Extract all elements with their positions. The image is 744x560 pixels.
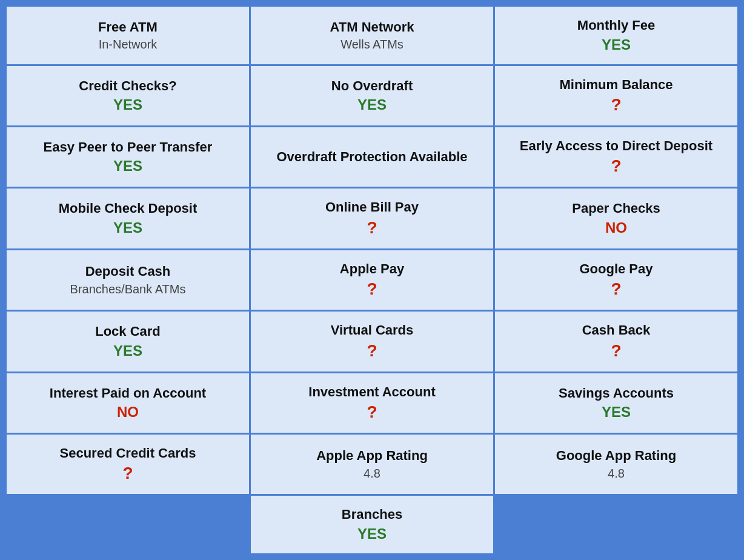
cell-title: Secured Credit Cards — [14, 445, 242, 461]
cell-value: NO — [502, 219, 730, 236]
cell-0-2: Monthly FeeYES — [494, 6, 739, 65]
cell-4-0: Deposit CashBranches/Bank ATMs — [6, 249, 250, 310]
cell-1-1: No OverdraftYES — [250, 65, 494, 126]
cell-0-1: ATM NetworkWells ATMs — [250, 6, 494, 65]
cell-title: Free ATM — [14, 19, 242, 35]
table-row: Lock CardYESVirtual Cards?Cash Back? — [6, 311, 739, 372]
cell-title: Monthly Fee — [502, 18, 730, 33]
cell-value: NO — [14, 404, 242, 421]
cell-value: ? — [258, 402, 486, 422]
cell-8-1: BranchesYES — [250, 495, 494, 554]
table-row: BranchesYES — [6, 495, 739, 554]
table-row: Interest Paid on AccountNOInvestment Acc… — [6, 372, 739, 433]
comparison-table-wrapper: Free ATMIn-NetworkATM NetworkWells ATMsM… — [0, 0, 744, 560]
cell-title: Easy Peer to Peer Transfer — [14, 139, 242, 155]
cell-value: Wells ATMs — [258, 38, 486, 52]
cell-value: ? — [258, 341, 486, 361]
table-row: Easy Peer to Peer TransferYESOverdraft P… — [6, 127, 739, 188]
cell-4-2: Google Pay? — [494, 249, 739, 310]
cell-title: Virtual Cards — [258, 322, 486, 338]
cell-title: Deposit Cash — [14, 264, 242, 279]
cell-value: YES — [258, 525, 486, 542]
table-row: Free ATMIn-NetworkATM NetworkWells ATMsM… — [6, 6, 739, 65]
cell-title: Savings Accounts — [502, 385, 730, 401]
cell-value: ? — [502, 95, 730, 115]
cell-5-0: Lock CardYES — [6, 311, 250, 372]
cell-value: Branches/Bank ATMs — [14, 282, 242, 296]
cell-7-1: Apple App Rating4.8 — [250, 433, 494, 495]
cell-title: Mobile Check Deposit — [14, 201, 242, 216]
cell-title: Early Access to Direct Deposit — [502, 138, 730, 154]
cell-title: Google Pay — [502, 261, 730, 277]
table-row: Credit Checks?YESNo OverdraftYESMinimum … — [6, 65, 739, 126]
cell-title: Cash Back — [502, 322, 730, 338]
cell-5-1: Virtual Cards? — [250, 311, 494, 372]
comparison-table: Free ATMIn-NetworkATM NetworkWells ATMsM… — [5, 5, 739, 555]
cell-value: YES — [14, 342, 242, 359]
cell-value: YES — [502, 36, 730, 53]
cell-0-0: Free ATMIn-Network — [6, 6, 250, 65]
cell-value: ? — [258, 218, 486, 238]
cell-value: YES — [502, 404, 730, 421]
cell-value: YES — [14, 96, 242, 113]
cell-7-0: Secured Credit Cards? — [6, 433, 250, 495]
cell-5-2: Cash Back? — [494, 311, 739, 372]
cell-8-2 — [494, 495, 739, 554]
cell-7-2: Google App Rating4.8 — [494, 433, 739, 495]
cell-value: ? — [14, 464, 242, 483]
cell-title: Apple App Rating — [258, 448, 486, 464]
cell-title: Investment Account — [258, 384, 486, 400]
cell-title: Google App Rating — [502, 448, 730, 464]
cell-1-0: Credit Checks?YES — [6, 65, 250, 126]
cell-value: ? — [258, 279, 486, 299]
cell-value: YES — [258, 96, 486, 113]
cell-6-0: Interest Paid on AccountNO — [6, 372, 250, 433]
cell-title: Overdraft Protection Available — [258, 149, 486, 165]
cell-title: Apple Pay — [258, 261, 486, 277]
cell-title: Paper Checks — [502, 201, 730, 216]
cell-value: YES — [14, 219, 242, 236]
table-row: Mobile Check DepositYESOnline Bill Pay?P… — [6, 188, 739, 249]
cell-3-1: Online Bill Pay? — [250, 188, 494, 249]
cell-title: No Overdraft — [258, 78, 486, 94]
cell-2-1: Overdraft Protection Available — [250, 127, 494, 188]
cell-3-2: Paper ChecksNO — [494, 188, 739, 249]
cell-2-2: Early Access to Direct Deposit? — [494, 127, 739, 188]
cell-value: ? — [502, 341, 730, 361]
cell-8-0 — [6, 495, 250, 554]
cell-6-2: Savings AccountsYES — [494, 372, 739, 433]
cell-title: Online Bill Pay — [258, 199, 486, 215]
cell-title: Interest Paid on Account — [14, 385, 242, 401]
cell-4-1: Apple Pay? — [250, 249, 494, 310]
cell-value: ? — [502, 156, 730, 176]
cell-value: YES — [14, 158, 242, 175]
table-row: Secured Credit Cards?Apple App Rating4.8… — [6, 433, 739, 495]
cell-title: Branches — [258, 507, 486, 522]
cell-6-1: Investment Account? — [250, 372, 494, 433]
cell-2-0: Easy Peer to Peer TransferYES — [6, 127, 250, 188]
cell-title: Minimum Balance — [502, 77, 730, 93]
cell-value: 4.8 — [502, 467, 730, 481]
cell-1-2: Minimum Balance? — [494, 65, 739, 126]
table-row: Deposit CashBranches/Bank ATMsApple Pay?… — [6, 249, 739, 310]
cell-value: 4.8 — [258, 467, 486, 481]
cell-title: Credit Checks? — [14, 78, 242, 94]
cell-title: Lock Card — [14, 324, 242, 339]
cell-3-0: Mobile Check DepositYES — [6, 188, 250, 249]
cell-title: ATM Network — [258, 19, 486, 35]
cell-value: In-Network — [14, 38, 242, 52]
cell-value: ? — [502, 279, 730, 299]
